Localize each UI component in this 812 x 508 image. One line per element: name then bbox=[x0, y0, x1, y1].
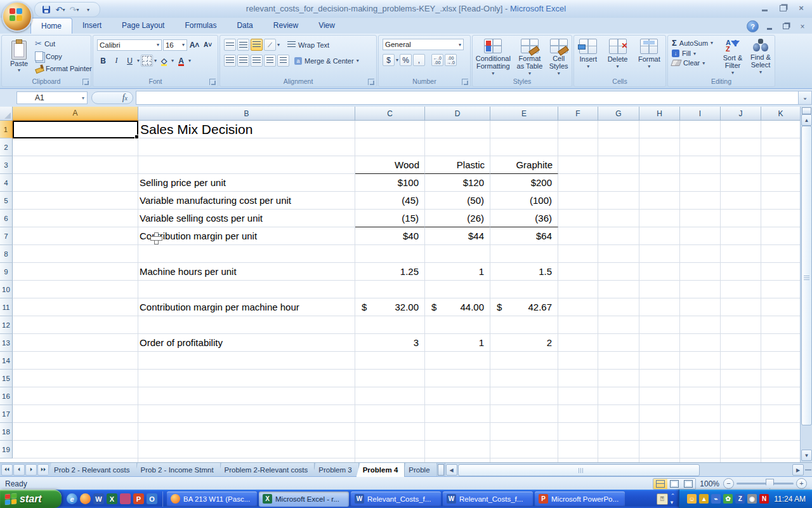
row-header-7[interactable]: 7 bbox=[0, 227, 13, 245]
cell[interactable] bbox=[558, 441, 598, 458]
cell[interactable] bbox=[425, 441, 490, 458]
cell[interactable] bbox=[558, 227, 598, 245]
scrollbar-resize-handle[interactable] bbox=[805, 469, 811, 471]
cell[interactable] bbox=[425, 281, 490, 298]
expand-formula-bar-button[interactable]: ⌄⌄ bbox=[798, 91, 812, 105]
cell[interactable] bbox=[558, 281, 598, 298]
row-header-5[interactable]: 5 bbox=[0, 192, 13, 210]
cell[interactable] bbox=[558, 121, 598, 138]
cell[interactable] bbox=[138, 156, 355, 174]
row-header-19[interactable]: 19 bbox=[0, 441, 13, 458]
horizontal-scrollbar[interactable]: ◀ ▶ bbox=[445, 463, 812, 477]
zonealarm-icon[interactable]: Z bbox=[735, 494, 745, 504]
percent-style-button[interactable]: % bbox=[400, 54, 412, 66]
key-tool-icon[interactable]: ⌁ bbox=[711, 494, 721, 504]
cell-B5[interactable]: Variable manufacturing cost per unit bbox=[138, 192, 355, 210]
workbook-restore-button[interactable] bbox=[780, 22, 792, 31]
cell[interactable] bbox=[721, 352, 761, 370]
column-header-C[interactable]: C bbox=[355, 107, 425, 121]
cell[interactable] bbox=[13, 387, 138, 405]
ribbon-tab-formulas[interactable]: Formulas bbox=[174, 18, 226, 33]
align-right-button[interactable] bbox=[251, 55, 263, 67]
cell[interactable] bbox=[598, 263, 639, 281]
cell[interactable] bbox=[721, 316, 761, 334]
cell[interactable] bbox=[721, 227, 761, 245]
cell-B4[interactable]: Selling price per unit bbox=[138, 174, 355, 192]
messenger-icon[interactable]: ☺ bbox=[687, 494, 697, 504]
cell[interactable] bbox=[355, 121, 425, 138]
row-header-10[interactable]: 10 bbox=[0, 281, 13, 298]
cell[interactable] bbox=[490, 370, 558, 387]
cell-D4[interactable]: $120 bbox=[425, 174, 490, 192]
cell[interactable] bbox=[425, 121, 490, 138]
cell-C11[interactable]: $32.00 bbox=[355, 298, 425, 316]
align-middle-button[interactable] bbox=[237, 39, 249, 51]
cell[interactable] bbox=[721, 192, 761, 210]
row-header-16[interactable]: 16 bbox=[0, 387, 13, 405]
cell[interactable] bbox=[680, 441, 721, 458]
cell[interactable] bbox=[13, 316, 138, 334]
cell[interactable] bbox=[598, 210, 639, 227]
cell[interactable] bbox=[138, 281, 355, 298]
vertical-split-handle[interactable] bbox=[802, 107, 811, 114]
cell[interactable] bbox=[761, 370, 801, 387]
cell[interactable] bbox=[13, 298, 138, 316]
powerpoint-icon[interactable]: P bbox=[133, 493, 144, 504]
row-header-6[interactable]: 6 bbox=[0, 210, 13, 227]
cell[interactable] bbox=[138, 370, 355, 387]
cell[interactable] bbox=[598, 227, 639, 245]
cell-C4[interactable]: $100 bbox=[355, 174, 425, 192]
last-sheet-button[interactable]: ⏵⏵ bbox=[37, 464, 49, 476]
grow-font-button[interactable]: A˄ bbox=[188, 39, 200, 51]
cell[interactable] bbox=[721, 174, 761, 192]
cell[interactable] bbox=[355, 281, 425, 298]
column-header-H[interactable]: H bbox=[639, 107, 680, 121]
cell-E4[interactable]: $200 bbox=[490, 174, 558, 192]
column-header-K[interactable]: K bbox=[761, 107, 801, 121]
cell-C7[interactable]: $40 bbox=[355, 227, 425, 245]
cell[interactable] bbox=[721, 210, 761, 227]
cell[interactable] bbox=[721, 245, 761, 263]
sheet-tab-prob-2-income-stmnt[interactable]: Prob 2 - Income Stmnt bbox=[134, 463, 221, 477]
cell[interactable] bbox=[13, 192, 138, 210]
sheet-tab-proble[interactable]: Proble bbox=[402, 463, 436, 477]
insert-cells-button[interactable]: Insert▾ bbox=[579, 37, 597, 77]
cell[interactable] bbox=[721, 423, 761, 441]
column-header-E[interactable]: E bbox=[490, 107, 558, 121]
cell[interactable] bbox=[761, 192, 801, 210]
select-all-corner[interactable] bbox=[0, 107, 13, 121]
font-name-combo[interactable]: Calibri▾ bbox=[97, 39, 162, 51]
cell[interactable] bbox=[490, 405, 558, 423]
close-button[interactable]: × bbox=[794, 3, 808, 13]
align-left-button[interactable] bbox=[224, 55, 236, 67]
format-painter-button[interactable]: Format Painter bbox=[35, 64, 92, 72]
shrink-font-button[interactable]: A˅ bbox=[202, 39, 214, 51]
cell[interactable] bbox=[558, 210, 598, 227]
workbook-minimize-button[interactable] bbox=[764, 22, 775, 31]
row-header-12[interactable]: 12 bbox=[0, 316, 13, 334]
zoom-in-button[interactable]: + bbox=[796, 478, 807, 489]
cell[interactable] bbox=[138, 245, 355, 263]
cell[interactable] bbox=[598, 387, 639, 405]
previous-sheet-button[interactable]: ⏴ bbox=[13, 464, 25, 476]
increase-indent-button[interactable] bbox=[277, 55, 289, 67]
cell[interactable] bbox=[490, 138, 558, 156]
page-layout-view-button[interactable] bbox=[667, 479, 681, 489]
gray-app-icon[interactable]: ◉ bbox=[747, 494, 757, 504]
cell[interactable] bbox=[761, 281, 801, 298]
increase-decimal-button[interactable]: ←.0.00 bbox=[431, 54, 443, 66]
cell[interactable] bbox=[598, 405, 639, 423]
row-header-15[interactable]: 15 bbox=[0, 370, 13, 387]
cell[interactable] bbox=[721, 405, 761, 423]
internet-explorer-icon[interactable]: e bbox=[67, 493, 77, 504]
cell[interactable] bbox=[138, 387, 355, 405]
cell[interactable] bbox=[721, 281, 761, 298]
cell[interactable] bbox=[680, 174, 721, 192]
font-color-button[interactable]: A bbox=[175, 55, 187, 67]
cell[interactable] bbox=[761, 121, 801, 138]
cell[interactable] bbox=[721, 334, 761, 352]
cell[interactable] bbox=[761, 227, 801, 245]
normal-view-button[interactable] bbox=[653, 479, 667, 489]
cell[interactable] bbox=[761, 174, 801, 192]
access-icon[interactable] bbox=[120, 493, 131, 504]
